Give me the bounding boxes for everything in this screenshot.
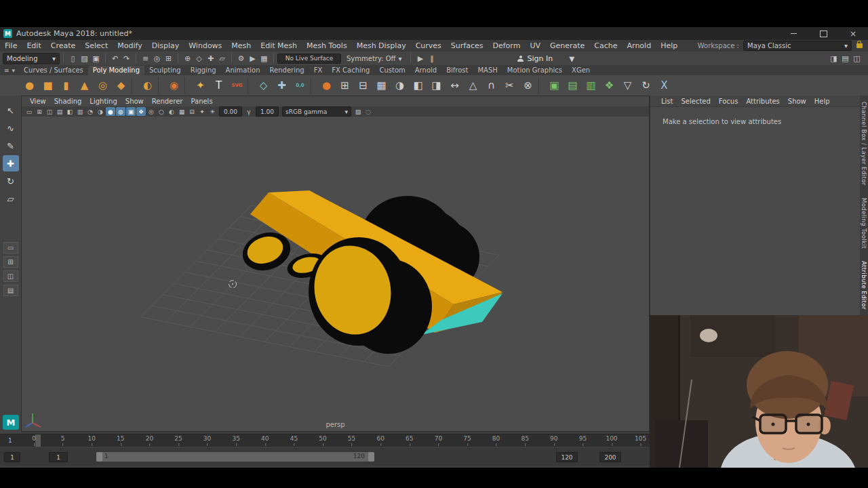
depth-of-field-icon[interactable]: ⊟	[187, 107, 197, 116]
interactive-sphere-icon[interactable]: ◉	[165, 77, 182, 94]
menu-edit-mesh[interactable]: Edit Mesh	[256, 40, 302, 52]
menu-mesh-display[interactable]: Mesh Display	[352, 40, 411, 52]
ipr-render-icon[interactable]: ▦	[258, 52, 270, 64]
frame-tick-55[interactable]: 55	[348, 435, 355, 442]
frame-tick-75[interactable]: 75	[463, 435, 471, 442]
exposure-field[interactable]: 0.00	[219, 106, 242, 117]
sculpt-mesh-icon[interactable]: ❖	[601, 77, 618, 94]
move-tool-icon[interactable]: ✚	[3, 155, 19, 171]
shelf-tab-rendering[interactable]: Rendering	[265, 66, 309, 75]
mirror-icon[interactable]: ↔	[446, 77, 463, 94]
layout-persp-outliner-icon[interactable]: ▤	[3, 285, 18, 296]
animation-end-field[interactable]: 120	[556, 452, 578, 462]
separate-icon[interactable]: ⊟	[355, 77, 372, 94]
textured-mode-icon[interactable]: ▣	[126, 107, 136, 116]
multi-cut-icon[interactable]: ✂	[501, 77, 518, 94]
sculpt-tool-icon[interactable]: ●	[318, 77, 335, 94]
viewport-menu-lighting[interactable]: Lighting	[85, 96, 121, 106]
attribute-menu-help[interactable]: Help	[810, 96, 834, 106]
poly-cone-icon[interactable]: ▲	[76, 77, 93, 94]
frame-tick-15[interactable]: 15	[117, 435, 124, 442]
lock-icon[interactable]	[856, 43, 863, 48]
layout-single-pane-icon[interactable]: ▭	[3, 242, 18, 253]
viewport-canvas[interactable]: persp	[22, 117, 649, 431]
snap-to-plane-icon[interactable]: ▱	[216, 52, 228, 64]
side-tab-attribute-editor[interactable]: Attribute Editor	[861, 261, 867, 310]
snap-align-icon[interactable]: ✚	[273, 77, 290, 94]
smooth-shade-mode-icon[interactable]: ◍	[116, 107, 125, 116]
frame-tick-100[interactable]: 100	[606, 435, 617, 442]
attribute-menu-attributes[interactable]: Attributes	[742, 96, 783, 106]
shelf-tab-mash[interactable]: MASH	[473, 66, 502, 75]
sign-in-control[interactable]: Sign In ▾	[517, 52, 574, 65]
wireframe-mode-icon[interactable]: ●	[106, 107, 115, 116]
colorspace-dropdown[interactable]: sRGB gamma ▾	[282, 106, 351, 117]
frame-tick-65[interactable]: 65	[406, 435, 413, 442]
xray-mode-icon[interactable]: ◌	[363, 107, 373, 116]
shelf-tab-arnold[interactable]: Arnold	[410, 66, 441, 75]
frame-tick-20[interactable]: 20	[146, 435, 153, 442]
frame-tick-25[interactable]: 25	[174, 435, 182, 442]
frame-tick-0[interactable]: 0	[32, 435, 36, 442]
menu-mesh-tools[interactable]: Mesh Tools	[302, 40, 352, 52]
undo-icon[interactable]: ↶	[109, 52, 121, 64]
bevel-icon[interactable]: ◨	[428, 77, 445, 94]
motion-blur-icon[interactable]: ◐	[167, 107, 176, 116]
select-tool-icon[interactable]: ↖	[3, 102, 19, 119]
viewport-3d-scene[interactable]	[22, 117, 649, 431]
close-button[interactable]: ×	[838, 27, 868, 40]
ambient-occlusion-icon[interactable]: ○	[157, 107, 166, 116]
animation-start-field[interactable]: 1	[49, 452, 68, 462]
viewport-menu-show[interactable]: Show	[121, 96, 148, 106]
select-object-icon[interactable]: ◎	[151, 52, 163, 64]
menu-display[interactable]: Display	[147, 40, 184, 52]
range-end-handle[interactable]	[368, 452, 374, 462]
attribute-menu-focus[interactable]: Focus	[715, 96, 743, 106]
move-to-origin-icon[interactable]: 0,0	[292, 77, 309, 94]
frame-tick-60[interactable]: 60	[376, 435, 384, 442]
layout-four-pane-icon[interactable]: ⊞	[3, 256, 18, 268]
shelf-tab-sculpting[interactable]: Sculpting	[144, 66, 186, 75]
layout-two-pane-icon[interactable]: ◫	[3, 270, 18, 282]
shelf-tab-fx-caching[interactable]: FX Caching	[327, 66, 374, 75]
shelf-tab-fx[interactable]: FX	[309, 66, 328, 75]
film-gate-icon[interactable]: ◫	[45, 107, 54, 116]
shelf-tab-animation[interactable]: Animation	[221, 66, 265, 75]
target-weld-icon[interactable]: ⊗	[519, 77, 536, 94]
gate-mask-icon[interactable]: ◧	[65, 107, 75, 116]
resolution-gate-icon[interactable]: ▤	[55, 107, 64, 116]
play-forward-icon[interactable]: ▶	[414, 52, 426, 64]
frame-tick-5[interactable]: 5	[61, 435, 65, 442]
live-surface-field[interactable]: No Live Surface	[277, 54, 341, 64]
playback-end-field[interactable]: 200	[599, 452, 621, 462]
side-tab-channel-box-layer-editor[interactable]: Channel Box / Layer Editor	[861, 102, 867, 186]
menu-create[interactable]: Create	[46, 40, 81, 52]
quad-draw-icon[interactable]: ▣	[546, 77, 563, 94]
exposure-icon[interactable]: ☀	[208, 107, 217, 116]
poly-pyramid-icon[interactable]: ◆	[113, 77, 130, 94]
cut-tool-icon[interactable]: X	[656, 77, 673, 94]
use-all-lights-icon[interactable]: ❖	[136, 107, 146, 116]
viewport-menu-view[interactable]: View	[26, 96, 50, 106]
playback-range-bar[interactable]: 1 120	[96, 452, 374, 462]
attribute-menu-selected[interactable]: Selected	[677, 96, 714, 106]
lasso-tool-icon[interactable]: ∿	[3, 120, 19, 136]
playback-start-field[interactable]: 1	[4, 452, 20, 462]
frame-tick-105[interactable]: 105	[635, 435, 646, 442]
menu-uv[interactable]: UV	[525, 40, 545, 52]
frame-tick-90[interactable]: 90	[550, 435, 557, 442]
viewport-menu-panels[interactable]: Panels	[186, 96, 216, 106]
menu-windows[interactable]: Windows	[184, 40, 226, 52]
pause-icon[interactable]: ‖	[426, 52, 437, 64]
shelf-tab-motion-graphics[interactable]: Motion Graphics	[502, 66, 567, 75]
construction-history-icon[interactable]: ⚙	[235, 52, 247, 64]
anti-aliasing-icon[interactable]: ▦	[177, 107, 186, 116]
select-hierarchy-icon[interactable]: ≡	[140, 52, 151, 64]
menu-file[interactable]: File	[0, 40, 22, 52]
menu-curves[interactable]: Curves	[411, 40, 446, 52]
combine-icon[interactable]: ⊞	[336, 77, 353, 94]
menu-select[interactable]: Select	[80, 40, 113, 52]
safe-action-icon[interactable]: ◔	[85, 107, 95, 116]
toggle-attribute-editor-icon[interactable]: ◨	[828, 52, 840, 64]
poly-torus-icon[interactable]: ◎	[94, 77, 111, 94]
